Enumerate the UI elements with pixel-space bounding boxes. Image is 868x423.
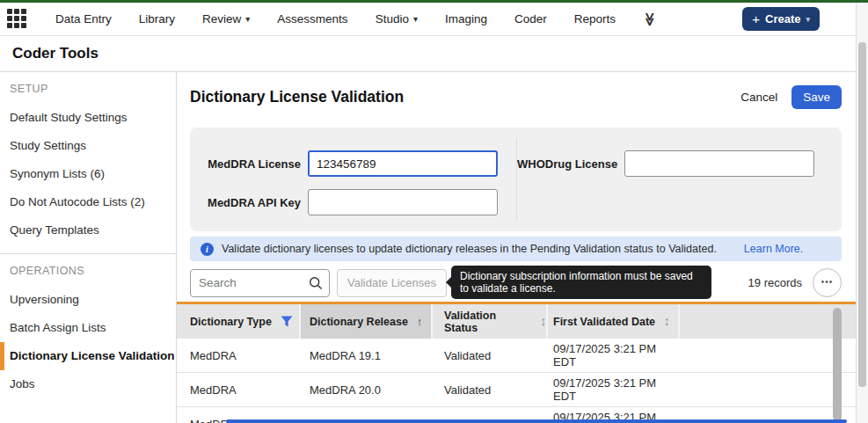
sort-ascending-icon[interactable]: ↑: [417, 315, 423, 328]
info-banner-text: Validate dictionary licenses to update d…: [222, 243, 717, 255]
dictionary-table: Dictionary Type Dictionary Release ↑ Val…: [177, 302, 856, 423]
meddra-license-label: MedDRA License: [190, 157, 301, 171]
page-title: Coder Tools: [12, 45, 868, 62]
cancel-button[interactable]: Cancel: [740, 91, 777, 104]
sidebar-divider: [0, 253, 176, 254]
sidebar-section-setup: SETUP: [0, 79, 176, 98]
form-column-right: WHODrug License: [517, 150, 842, 231]
column-header-dictionary-type[interactable]: Dictionary Type: [177, 304, 301, 339]
column-header-first-validated-date[interactable]: First Validated Date ↕: [548, 304, 680, 339]
nav-item-review[interactable]: Review▾: [202, 12, 250, 26]
save-button[interactable]: Save: [791, 85, 842, 109]
content-title: Dictionary License Validation: [190, 88, 404, 106]
chevron-down-icon: ▾: [245, 15, 250, 24]
whodrug-license-input[interactable]: [624, 150, 814, 177]
tooltip-arrow-icon: [446, 276, 452, 288]
sidebar-item-upversioning[interactable]: Upversioning: [0, 286, 176, 314]
nav-item-imaging[interactable]: Imaging: [445, 12, 487, 26]
chevron-down-icon: ▾: [806, 15, 810, 24]
column-header-validation-status[interactable]: Validation Status ↕: [433, 304, 548, 339]
nav-item-reports[interactable]: Reports: [574, 12, 616, 26]
table-header-row: Dictionary Type Dictionary Release ↑ Val…: [177, 304, 856, 339]
main-content: Dictionary License Validation Cancel Sav…: [177, 72, 856, 423]
sidebar: SETUP Default Study Settings Study Setti…: [0, 72, 177, 423]
sidebar-item-batch-assign-lists[interactable]: Batch Assign Lists: [0, 314, 176, 342]
more-options-button[interactable]: •••: [813, 268, 842, 297]
validate-tooltip: Dictionary subscription information must…: [451, 266, 711, 299]
table-scrollbar-thumb[interactable]: [833, 308, 842, 421]
create-button-label: Create: [765, 12, 800, 26]
sort-toggle-icon[interactable]: ↕: [541, 314, 547, 329]
app-grid-icon[interactable]: [7, 9, 27, 29]
tooltip-text: Dictionary subscription information must…: [460, 270, 693, 295]
top-navigation: Data Entry Library Review▾ Assessments S…: [0, 3, 868, 36]
column-header-dictionary-release[interactable]: Dictionary Release ↑: [301, 304, 433, 339]
sidebar-section-operations: OPERATIONS: [0, 261, 176, 281]
validate-licenses-button[interactable]: Validate Licenses: [337, 269, 447, 297]
sidebar-item-query-templates[interactable]: Query Templates: [0, 216, 176, 244]
whodrug-license-label: WHODrug License: [517, 157, 617, 171]
header-actions: Cancel Save: [740, 85, 842, 109]
page-scrollbar[interactable]: [856, 3, 868, 423]
app-window: Data Entry Library Review▾ Assessments S…: [0, 0, 868, 423]
chevron-down-icon: ▾: [413, 15, 418, 24]
meddra-api-key-input[interactable]: [308, 189, 498, 215]
nav-item-assessments[interactable]: Assessments: [277, 12, 347, 26]
sidebar-item-synonym-lists[interactable]: Synonym Lists (6): [0, 160, 176, 188]
sort-toggle-icon[interactable]: ↕: [664, 314, 670, 329]
nav-item-coder[interactable]: Coder: [514, 12, 547, 26]
meddra-license-row: MedDRA License: [190, 150, 517, 177]
table-row[interactable]: MedDRA MedDRA 19.1 Validated 09/17/2025 …: [177, 339, 856, 373]
page-scrollbar-thumb[interactable]: [858, 42, 866, 387]
form-divider: [516, 138, 517, 221]
meddra-api-key-label: MedDRA API Key: [190, 196, 301, 209]
table-toolbar: Validate Licenses Dictionary subscriptio…: [190, 268, 842, 297]
plus-icon: +: [752, 12, 760, 26]
whodrug-license-row: WHODrug License: [517, 150, 842, 177]
sidebar-item-default-study-settings[interactable]: Default Study Settings: [0, 104, 176, 132]
create-button[interactable]: + Create ▾: [742, 7, 820, 31]
records-count: 19 records: [748, 276, 802, 289]
sidebar-item-jobs[interactable]: Jobs: [0, 370, 176, 398]
page-heading-bar: Coder Tools: [0, 36, 868, 72]
meddra-license-input[interactable]: [308, 150, 498, 177]
horizontal-scrollbar-thumb[interactable]: [226, 419, 847, 423]
nav-item-studio[interactable]: Studio▾: [376, 12, 418, 26]
info-banner: i Validate dictionary licenses to update…: [190, 237, 842, 261]
content-header: Dictionary License Validation Cancel Sav…: [177, 72, 856, 111]
form-column-left: MedDRA License MedDRA API Key: [190, 150, 517, 231]
table-scrollbar[interactable]: [833, 308, 842, 421]
search-icon: [309, 276, 323, 290]
info-icon: i: [201, 243, 214, 256]
table-body: MedDRA MedDRA 19.1 Validated 09/17/2025 …: [177, 339, 856, 423]
column-header-empty: [680, 304, 856, 339]
table-row[interactable]: MedDRA MedDRA 20.0 Validated 09/17/2025 …: [177, 373, 856, 407]
search-box: [190, 269, 330, 297]
sidebar-item-dictionary-license-validation[interactable]: Dictionary License Validation: [0, 342, 176, 370]
nav-item-library[interactable]: Library: [139, 12, 175, 26]
sidebar-item-do-not-autocode-lists[interactable]: Do Not Autocode Lists (2): [0, 188, 176, 216]
nav-overflow-chevrons-icon[interactable]: ≫: [642, 12, 658, 26]
filter-icon[interactable]: [281, 316, 293, 327]
nav-item-data-entry[interactable]: Data Entry: [55, 12, 112, 26]
learn-more-link[interactable]: Learn More.: [744, 243, 803, 255]
meddra-api-key-row: MedDRA API Key: [190, 189, 517, 215]
sidebar-item-study-settings[interactable]: Study Settings: [0, 132, 176, 160]
license-form-panel: MedDRA License MedDRA API Key WHODrug Li…: [190, 128, 842, 231]
nav-menu: Data Entry Library Review▾ Assessments S…: [55, 11, 742, 27]
